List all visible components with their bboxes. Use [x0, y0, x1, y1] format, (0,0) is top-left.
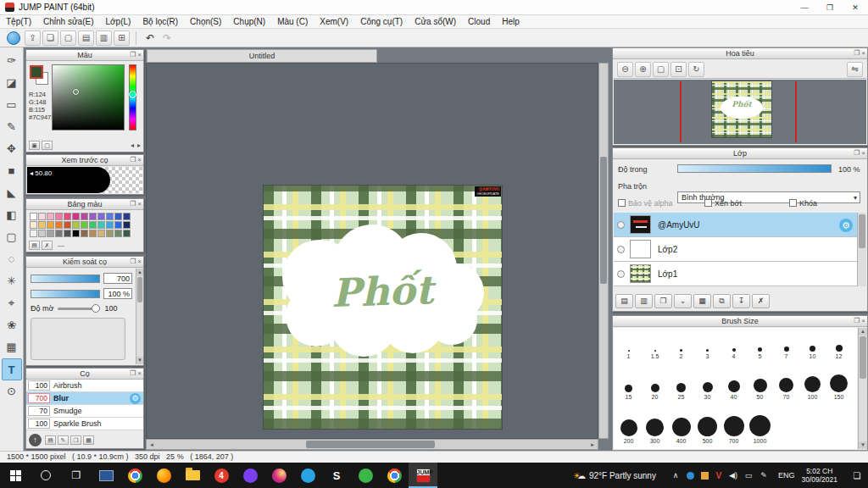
menu-cloud[interactable]: Cloud: [462, 15, 496, 29]
palette-swatch[interactable]: [81, 230, 88, 237]
text-tool[interactable]: T: [2, 358, 22, 380]
lock-checkbox[interactable]: Khóa: [789, 199, 817, 208]
palette-swatch[interactable]: [123, 213, 131, 220]
new-doc-button[interactable]: ▤: [78, 30, 94, 46]
pen-icon[interactable]: ✎: [756, 471, 771, 480]
language-indicator[interactable]: ENG: [778, 471, 795, 480]
zoom-out-icon[interactable]: ⊖: [617, 62, 633, 77]
move-tool[interactable]: ✥: [2, 138, 22, 160]
onedrive-icon[interactable]: [687, 472, 694, 480]
popout-icon[interactable]: ❐: [854, 149, 860, 157]
palette-swatch[interactable]: [106, 213, 114, 220]
vlc-icon[interactable]: V: [712, 471, 726, 480]
taskbar-app-photos[interactable]: [236, 463, 264, 488]
palette-swatch[interactable]: [72, 213, 80, 220]
sv-cursor[interactable]: [73, 89, 79, 95]
brush-size-option[interactable]: 10: [799, 330, 826, 359]
close-icon[interactable]: ×: [861, 317, 865, 324]
blur-slider[interactable]: [58, 308, 100, 310]
popout-icon[interactable]: ❐: [130, 200, 136, 208]
scroll-left-icon[interactable]: ◂: [147, 440, 157, 449]
palette-swatch[interactable]: [47, 213, 54, 220]
brush-size-option[interactable]: 12: [826, 330, 852, 359]
palette-swatch[interactable]: [72, 230, 80, 237]
scroll-down-icon[interactable]: ▼: [859, 441, 867, 449]
menu-color[interactable]: Màu (C): [271, 15, 314, 29]
popout-icon[interactable]: ❐: [130, 51, 136, 58]
document-tab[interactable]: Untitled: [147, 49, 377, 63]
palette-swatch[interactable]: [97, 221, 105, 229]
edit-brush-button[interactable]: ✎: [58, 435, 69, 445]
palette-swatch[interactable]: [30, 213, 37, 220]
brush-size-option[interactable]: 5: [747, 330, 773, 359]
canvas-viewport[interactable]: @AMYUVU #HOEUPDATE Phốt: [146, 63, 598, 439]
tray-expand-icon[interactable]: ∧: [668, 471, 683, 480]
brush-size-option[interactable]: 1000: [747, 400, 773, 444]
palette-swatch[interactable]: [114, 230, 122, 237]
shape-tool[interactable]: ■: [2, 160, 22, 182]
delete-color-button[interactable]: ✗: [42, 241, 53, 250]
upload-button[interactable]: ⇪: [25, 30, 41, 46]
brush-opacity-slider[interactable]: [31, 290, 100, 298]
brush-size-option[interactable]: 100: [799, 359, 826, 400]
hue-slider[interactable]: [129, 64, 136, 130]
foreground-color-swatch[interactable]: [30, 65, 43, 79]
layer-list-scrollbar[interactable]: [857, 213, 866, 286]
task-view-button[interactable]: ❐: [61, 463, 92, 488]
add-color-button[interactable]: ▤: [29, 241, 40, 250]
layer-row[interactable]: Lớp2: [614, 237, 858, 262]
brush-item[interactable]: 100 Sparkle Brush: [26, 418, 143, 430]
action-center-icon[interactable]: ❏: [846, 471, 868, 480]
volume-icon[interactable]: ◀): [726, 471, 741, 480]
palette-swatch[interactable]: [89, 213, 97, 220]
merge-down-button[interactable]: ↧: [732, 294, 750, 308]
palette-swatch[interactable]: [55, 213, 63, 220]
palette-swatch[interactable]: [38, 221, 46, 229]
tray-app-icon[interactable]: [701, 472, 709, 480]
palette-swatch[interactable]: [30, 221, 37, 229]
palette-swatch[interactable]: [81, 221, 88, 229]
layer-settings-gear-icon[interactable]: ⚙: [839, 219, 853, 232]
menu-edit[interactable]: Chỉnh sửa(E): [37, 15, 100, 29]
popout-icon[interactable]: ❐: [130, 156, 136, 164]
undo-icon[interactable]: ↶: [142, 32, 159, 44]
palette-swatch[interactable]: [89, 221, 97, 229]
taskbar-app-telegram[interactable]: [293, 463, 322, 488]
close-icon[interactable]: ×: [137, 258, 142, 265]
navigator-thumbnail[interactable]: Phốt: [712, 81, 771, 137]
upload-brush-button[interactable]: ↑: [29, 434, 42, 446]
folder-button[interactable]: ▦: [693, 294, 711, 308]
scroll-right-icon[interactable]: ▸: [587, 440, 598, 449]
brush-size-option[interactable]: 70: [773, 359, 799, 400]
palette-swatch[interactable]: [64, 221, 71, 229]
maximize-button[interactable]: ❐: [817, 0, 843, 15]
operation-tool[interactable]: ⌖: [2, 292, 22, 314]
brush-size-option[interactable]: 20: [642, 359, 668, 400]
clock[interactable]: 5:02 CH 30/09/2021: [801, 467, 837, 484]
palette-swatch[interactable]: [97, 213, 105, 220]
palette-swatch[interactable]: [38, 230, 46, 237]
brush-item[interactable]: 70 Smudge: [26, 405, 143, 418]
palette-swatch[interactable]: [64, 213, 71, 220]
menu-tools[interactable]: Công cụ(T): [354, 15, 409, 29]
palette-swatch[interactable]: [55, 221, 63, 229]
scroll-up-icon[interactable]: ▲: [136, 269, 143, 276]
start-button[interactable]: [0, 463, 31, 488]
brush-size-option[interactable]: 700: [721, 400, 747, 444]
copy-doc-button[interactable]: ▥: [96, 30, 112, 46]
palette-swatch[interactable]: [106, 221, 114, 229]
brush-control-scrollbar[interactable]: ▲ ▼: [136, 269, 143, 364]
menu-view[interactable]: Xem(V): [314, 15, 354, 29]
palette-next-icon[interactable]: ▸: [137, 141, 141, 149]
zoom-tool[interactable]: ⊙: [2, 380, 22, 402]
actual-size-icon[interactable]: ⊡: [670, 62, 687, 77]
h-scroll-thumb[interactable]: [306, 441, 435, 448]
taskbar-app-instagram[interactable]: [264, 463, 293, 488]
brush-size-option[interactable]: 200: [615, 400, 642, 444]
select-rect-tool[interactable]: ▢: [2, 226, 22, 248]
saturation-value-picker[interactable]: [52, 64, 125, 130]
brush-size-option[interactable]: 25: [668, 359, 694, 400]
palette-swatch[interactable]: [114, 221, 122, 229]
brush-size-option[interactable]: 3: [694, 330, 721, 359]
taskbar-app-camera[interactable]: [351, 463, 380, 488]
